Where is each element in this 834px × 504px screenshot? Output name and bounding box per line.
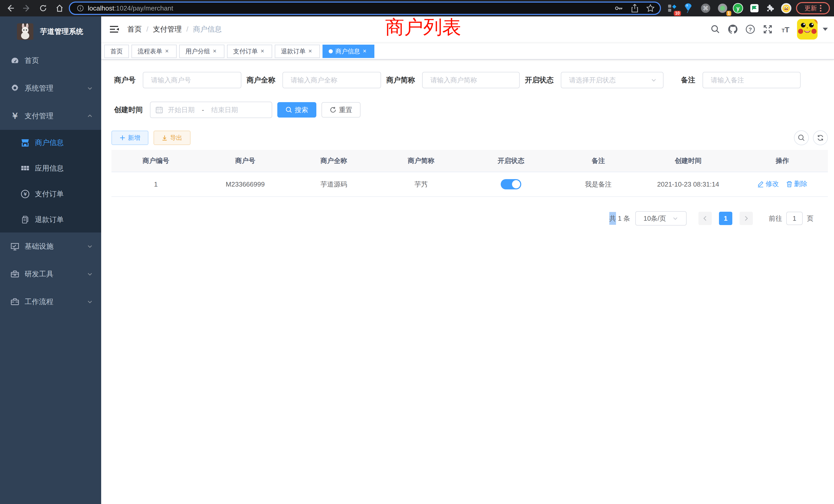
tab-home[interactable]: 首页 <box>104 45 129 58</box>
smiley-avatar-icon <box>781 3 792 14</box>
breadcrumb-pay[interactable]: 支付管理 <box>153 24 182 34</box>
sidebar-item-infrastructure[interactable]: 基础设施 <box>0 232 101 260</box>
site-info-icon <box>77 5 84 12</box>
extensions-menu-icon[interactable] <box>764 2 777 14</box>
sidebar-item-pay-order[interactable]: ￥ 支付订单 <box>0 181 101 207</box>
tab-user-group[interactable]: 用户分组× <box>179 45 224 58</box>
chevron-up-icon <box>87 113 93 119</box>
sidebar-item-dev-tools[interactable]: 研发工具 <box>0 260 101 288</box>
hamburger-toggle[interactable] <box>101 17 127 42</box>
search-button[interactable]: 搜索 <box>277 102 316 117</box>
browser-home-button[interactable] <box>53 2 66 14</box>
col-short-name: 商户简称 <box>377 150 465 172</box>
fullscreen-button[interactable] <box>759 17 776 42</box>
tab-merchant-info[interactable]: 商户信息× <box>323 45 374 58</box>
close-icon[interactable]: × <box>259 48 266 55</box>
merchant-no-input[interactable] <box>143 72 241 88</box>
status-switch[interactable] <box>501 179 521 189</box>
col-merchant-no: 商户号 <box>200 150 290 172</box>
edit-link[interactable]: 修改 <box>757 179 779 188</box>
plus-icon <box>120 135 125 141</box>
create-time-range-picker[interactable]: 开始日期 - 结束日期 <box>150 101 272 118</box>
remark-input[interactable] <box>703 72 800 88</box>
tab-refund-order[interactable]: 退款订单× <box>275 45 320 58</box>
browser-update-button[interactable]: 更新 <box>796 2 830 14</box>
edit-icon <box>757 181 764 187</box>
share-icon[interactable] <box>631 4 639 13</box>
user-avatar[interactable] <box>797 19 817 40</box>
col-merchant-id: 商户编号 <box>111 150 200 172</box>
grid-icon <box>19 164 31 173</box>
goto-label: 前往 <box>769 214 782 223</box>
sidebar-item-label: 应用信息 <box>35 163 64 173</box>
browser-forward-button[interactable] <box>21 2 33 14</box>
bookmark-star-icon[interactable] <box>646 4 655 13</box>
show-search-toggle[interactable] <box>794 130 809 145</box>
browser-back-button[interactable] <box>4 2 17 14</box>
page-1-button[interactable]: 1 <box>719 212 732 225</box>
document-icon <box>19 215 31 224</box>
green-flag-icon <box>750 4 759 13</box>
browser-profile-avatar[interactable] <box>780 2 793 14</box>
avatar-caret-icon[interactable] <box>823 28 828 31</box>
cell-create-time: 2021-10-23 08:31:14 <box>639 172 737 197</box>
help-button[interactable]: ? <box>742 17 759 42</box>
sidebar-logo[interactable]: 芋道管理系统 <box>0 17 101 47</box>
delete-link[interactable]: 删除 <box>786 179 808 188</box>
puzzle-icon <box>766 4 775 13</box>
add-button[interactable]: 新增 <box>111 131 148 145</box>
address-bar[interactable]: localhost:1024/pay/merchant <box>69 2 661 15</box>
tab-process-form[interactable]: 流程表单× <box>131 45 177 58</box>
merchant-table: 商户编号 商户号 商户全称 商户简称 开启状态 备注 创建时间 操作 1 M23… <box>111 150 828 197</box>
close-icon[interactable]: × <box>361 48 368 55</box>
merchant-name-input[interactable] <box>282 72 381 88</box>
filter-label-merchant-name: 商户全称 <box>246 75 282 85</box>
sidebar-item-home[interactable]: 首页 <box>0 47 101 74</box>
browser-reload-button[interactable] <box>37 2 49 14</box>
extension-icon-5[interactable]: y <box>731 2 745 14</box>
sidebar-item-pay[interactable]: ￥ 支付管理 <box>0 102 101 130</box>
tags-view: 首页 流程表单× 用户分组× 支付订单× 退款订单× 商户信息× <box>101 42 834 60</box>
cell-short-name: 芋艿 <box>377 172 465 197</box>
question-icon: ? <box>745 24 755 34</box>
chevron-down-icon <box>672 215 678 222</box>
merchant-short-input[interactable] <box>422 72 520 88</box>
reset-button[interactable]: 重置 <box>322 102 360 117</box>
extension-icon-3[interactable]: ⌘ <box>699 2 712 14</box>
svg-text:T: T <box>782 28 785 33</box>
extension-badge: 10 <box>674 11 681 16</box>
sidebar-item-refund-order[interactable]: 退款订单 <box>0 207 101 232</box>
breadcrumb-home[interactable]: 首页 <box>127 24 142 34</box>
sidebar-item-merchant-info[interactable]: 商户信息 <box>0 130 101 156</box>
hamburger-icon <box>109 24 119 35</box>
yen-circle-icon: ￥ <box>19 189 31 199</box>
close-icon[interactable]: × <box>211 48 218 55</box>
browser-menu-icon[interactable] <box>820 5 821 12</box>
refresh-table-button[interactable] <box>813 130 828 145</box>
tab-pay-order[interactable]: 支付订单× <box>227 45 272 58</box>
goto-page-input[interactable] <box>786 212 803 225</box>
sidebar-item-app-info[interactable]: 应用信息 <box>0 156 101 181</box>
cell-merchant-id: 1 <box>111 172 200 197</box>
refresh-icon <box>330 107 336 113</box>
close-icon[interactable]: × <box>163 48 171 55</box>
extension-icon-6[interactable] <box>748 2 761 14</box>
header-search-button[interactable] <box>707 17 724 42</box>
sidebar-item-workflow[interactable]: 工作流程 <box>0 288 101 316</box>
reload-icon <box>39 4 47 12</box>
extension-icon-2[interactable] <box>681 2 695 14</box>
briefcase-icon <box>9 297 21 306</box>
status-select[interactable]: 请选择开启状态 <box>561 72 663 88</box>
export-button[interactable]: 导出 <box>154 131 191 145</box>
page-size-select[interactable]: 10条/页 <box>635 211 687 226</box>
github-link[interactable] <box>724 17 742 42</box>
extension-icon-1[interactable]: 10 <box>665 2 679 14</box>
chevron-down-icon <box>87 271 93 277</box>
sidebar-item-system[interactable]: 系统管理 <box>0 74 101 102</box>
extension-icon-4[interactable]: 1 <box>716 2 729 14</box>
font-size-button[interactable]: TT <box>776 17 794 42</box>
close-icon[interactable]: × <box>307 48 314 55</box>
next-page-button[interactable] <box>740 212 753 225</box>
prev-page-button[interactable] <box>698 212 712 225</box>
password-key-icon[interactable] <box>614 4 623 13</box>
